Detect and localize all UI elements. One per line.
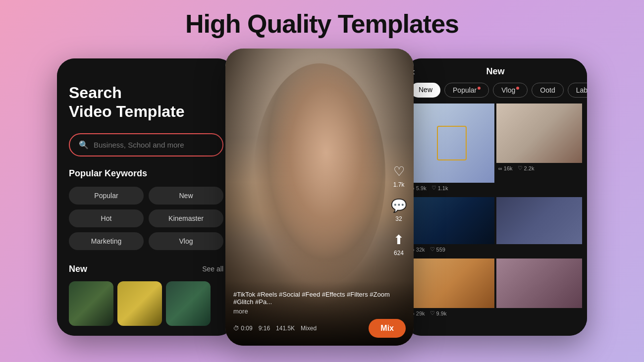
filter-tabs: New Popular Vlog Ootd Lab bbox=[404, 83, 587, 103]
tab-lab[interactable]: Lab bbox=[568, 83, 587, 98]
like-action[interactable]: ♡ 1.7k bbox=[393, 164, 405, 188]
header-title: New bbox=[486, 66, 504, 77]
video-duration: ⏱ 0:09 bbox=[233, 325, 253, 332]
heart-icon: ♡ bbox=[393, 164, 405, 179]
grid-stats-3: ∞ 32k ♡ 559 bbox=[409, 244, 494, 257]
search-bar[interactable]: 🔍 Business, School and more bbox=[69, 133, 223, 156]
likes-count-2: 2.2k bbox=[524, 165, 535, 171]
grid-stats-4 bbox=[496, 244, 582, 250]
comment-action[interactable]: 💬 32 bbox=[391, 198, 407, 222]
heart-icon-s1: ♡ bbox=[431, 185, 436, 191]
share-count: 624 bbox=[394, 250, 404, 257]
share-icon: ⬆ bbox=[393, 232, 404, 248]
tab-ootd[interactable]: Ootd bbox=[532, 83, 563, 98]
video-tags: #TikTok #Reels #Social #Feed #Effects #F… bbox=[233, 291, 406, 306]
keyword-popular[interactable]: Popular bbox=[69, 187, 144, 205]
face-frame-icon bbox=[437, 126, 467, 160]
keyword-new[interactable]: New bbox=[149, 187, 223, 205]
video-actions: ♡ 1.7k 💬 32 ⬆ 624 bbox=[391, 164, 407, 257]
keyword-marketing[interactable]: Marketing bbox=[69, 232, 144, 250]
search-title: SearchVideo Template bbox=[69, 83, 223, 121]
heart-icon-s3: ♡ bbox=[430, 246, 435, 253]
views-count-5: 29k bbox=[416, 310, 425, 316]
thumbnail-2[interactable] bbox=[117, 281, 162, 326]
views-count-2: 16k bbox=[504, 165, 513, 171]
comment-count: 32 bbox=[395, 215, 402, 222]
video-info: ⏱ 0:09 9:16 141.5K Mixed bbox=[233, 325, 317, 332]
grid-item-1[interactable]: ∞ 5.9k ♡ 1.1k bbox=[409, 103, 494, 195]
likes-count-5: 9.9k bbox=[436, 310, 447, 316]
tab-new[interactable]: New bbox=[411, 83, 440, 98]
video-resolution: 9:16 bbox=[259, 325, 270, 332]
tab-popular[interactable]: Popular bbox=[444, 83, 489, 98]
phone-video: ♡ 1.7k 💬 32 ⬆ 624 #TikTok #Reels #Social… bbox=[225, 49, 414, 346]
keyword-kinemaster[interactable]: Kinemaster bbox=[149, 209, 223, 227]
keyword-vlog[interactable]: Vlog bbox=[149, 232, 223, 250]
page-title: High Quality Templates bbox=[185, 9, 459, 39]
grid-stats-1: ∞ 5.9k ♡ 1.1k bbox=[409, 183, 494, 195]
grid-item-5[interactable]: ∞ 29k ♡ 9.9k bbox=[409, 259, 494, 320]
phone3-header: ‹ New bbox=[404, 58, 587, 83]
likes-count-1: 1.1k bbox=[438, 185, 448, 191]
views-count-1: 5.9k bbox=[416, 185, 427, 191]
phone-grid: ‹ New New Popular Vlog Ootd Lab bbox=[404, 58, 587, 336]
popular-keywords-title: Popular Keywords bbox=[69, 168, 223, 179]
see-all-link[interactable]: See all bbox=[202, 265, 223, 273]
phones-container: SearchVideo Template 🔍 Business, School … bbox=[0, 49, 644, 346]
grid-item-4[interactable] bbox=[496, 197, 582, 257]
phone-search: SearchVideo Template 🔍 Business, School … bbox=[57, 58, 235, 336]
new-section-title: New bbox=[69, 264, 87, 274]
heart-icon-s2: ♡ bbox=[518, 165, 523, 171]
search-placeholder-text: Business, School and more bbox=[94, 141, 184, 149]
grid-item-2[interactable]: ∞ 16k ♡ 2.2k bbox=[496, 103, 582, 195]
video-type: Mixed bbox=[301, 325, 317, 332]
thumbnail-1[interactable] bbox=[69, 281, 113, 326]
like-count: 1.7k bbox=[393, 181, 405, 188]
grid-stats-2: ∞ 16k ♡ 2.2k bbox=[496, 163, 582, 175]
video-more[interactable]: more bbox=[233, 308, 406, 315]
face-highlight bbox=[254, 63, 385, 286]
new-thumbnails-row bbox=[69, 281, 223, 326]
search-icon: 🔍 bbox=[79, 140, 89, 150]
grid-item-3[interactable]: ∞ 32k ♡ 559 bbox=[409, 197, 494, 257]
new-section-header: New See all bbox=[69, 264, 223, 274]
thumbnail-3[interactable] bbox=[166, 281, 211, 326]
video-views: 141.5K bbox=[276, 325, 295, 332]
views-count-3: 32k bbox=[416, 247, 425, 253]
video-bottom-info: #TikTok #Reels #Social #Feed #Effects #F… bbox=[225, 281, 414, 346]
comment-icon: 💬 bbox=[391, 198, 407, 213]
loop-icon-2: ∞ bbox=[498, 165, 502, 171]
grid-stats-5: ∞ 29k ♡ 9.9k bbox=[409, 308, 494, 320]
heart-icon-s5: ♡ bbox=[430, 310, 435, 316]
keyword-grid: Popular New Hot Kinemaster Marketing Vlo… bbox=[69, 187, 223, 250]
mix-button[interactable]: Mix bbox=[369, 319, 406, 338]
content-grid: ∞ 5.9k ♡ 1.1k ∞ bbox=[404, 103, 587, 320]
grid-item-6[interactable] bbox=[496, 259, 582, 320]
video-meta: ⏱ 0:09 9:16 141.5K Mixed Mix bbox=[233, 319, 406, 338]
tab-vlog[interactable]: Vlog bbox=[493, 83, 528, 98]
likes-count-3: 559 bbox=[436, 247, 445, 253]
keyword-hot[interactable]: Hot bbox=[69, 209, 144, 227]
share-action[interactable]: ⬆ 624 bbox=[393, 232, 404, 257]
